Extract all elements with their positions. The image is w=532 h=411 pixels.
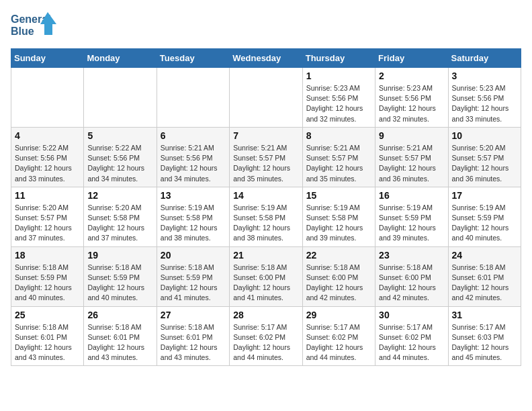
day-number: 16 <box>379 190 444 201</box>
day-info: Sunrise: 5:18 AM Sunset: 5:59 PM Dayligh… <box>161 263 226 304</box>
day-info: Sunrise: 5:19 AM Sunset: 5:58 PM Dayligh… <box>233 203 298 244</box>
calendar-cell: 20Sunrise: 5:18 AM Sunset: 5:59 PM Dayli… <box>157 246 229 306</box>
day-number: 21 <box>233 250 298 261</box>
calendar-cell: 19Sunrise: 5:18 AM Sunset: 5:59 PM Dayli… <box>84 246 157 306</box>
calendar-cell: 7Sunrise: 5:21 AM Sunset: 5:57 PM Daylig… <box>230 127 302 187</box>
calendar-cell: 4Sunrise: 5:22 AM Sunset: 5:56 PM Daylig… <box>11 127 84 187</box>
day-info: Sunrise: 5:17 AM Sunset: 6:02 PM Dayligh… <box>379 322 444 363</box>
calendar-cell: 24Sunrise: 5:18 AM Sunset: 6:01 PM Dayli… <box>448 246 521 306</box>
day-header: Friday <box>375 49 448 68</box>
svg-text:Blue: Blue <box>11 26 34 37</box>
day-number: 26 <box>87 310 152 320</box>
day-info: Sunrise: 5:21 AM Sunset: 5:56 PM Dayligh… <box>161 143 226 184</box>
day-header: Saturday <box>448 49 521 68</box>
day-header: Thursday <box>302 49 375 68</box>
logo-svg: GeneralBlue <box>11 11 58 42</box>
calendar-table: SundayMondayTuesdayWednesdayThursdayFrid… <box>11 48 521 366</box>
calendar-cell <box>230 68 302 128</box>
day-number: 19 <box>87 250 152 261</box>
calendar-cell: 16Sunrise: 5:19 AM Sunset: 5:59 PM Dayli… <box>375 187 448 246</box>
calendar-cell: 30Sunrise: 5:17 AM Sunset: 6:02 PM Dayli… <box>375 306 448 366</box>
calendar-cell: 26Sunrise: 5:18 AM Sunset: 6:01 PM Dayli… <box>84 306 157 366</box>
day-number: 23 <box>379 250 444 261</box>
calendar-cell: 23Sunrise: 5:18 AM Sunset: 6:00 PM Dayli… <box>375 246 448 306</box>
day-number: 11 <box>15 190 80 201</box>
day-info: Sunrise: 5:18 AM Sunset: 6:00 PM Dayligh… <box>233 263 298 304</box>
calendar-cell: 27Sunrise: 5:18 AM Sunset: 6:01 PM Dayli… <box>157 306 229 366</box>
day-number: 14 <box>233 190 298 201</box>
day-header: Monday <box>84 49 157 68</box>
day-info: Sunrise: 5:17 AM Sunset: 6:03 PM Dayligh… <box>452 322 517 363</box>
day-info: Sunrise: 5:21 AM Sunset: 5:57 PM Dayligh… <box>233 143 298 184</box>
calendar-body: 1Sunrise: 5:23 AM Sunset: 5:56 PM Daylig… <box>11 68 521 366</box>
calendar-cell: 15Sunrise: 5:19 AM Sunset: 5:58 PM Dayli… <box>302 187 375 246</box>
day-number: 24 <box>452 250 517 261</box>
day-info: Sunrise: 5:20 AM Sunset: 5:57 PM Dayligh… <box>452 143 517 184</box>
day-number: 22 <box>306 250 371 261</box>
calendar-cell: 31Sunrise: 5:17 AM Sunset: 6:03 PM Dayli… <box>448 306 521 366</box>
page-header: GeneralBlue <box>11 11 521 42</box>
day-info: Sunrise: 5:20 AM Sunset: 5:57 PM Dayligh… <box>15 203 80 244</box>
calendar-cell <box>84 68 157 128</box>
day-number: 6 <box>161 130 226 141</box>
calendar-header-row: SundayMondayTuesdayWednesdayThursdayFrid… <box>11 49 521 68</box>
day-number: 10 <box>452 130 517 141</box>
day-info: Sunrise: 5:17 AM Sunset: 6:02 PM Dayligh… <box>233 322 298 363</box>
day-info: Sunrise: 5:19 AM Sunset: 5:59 PM Dayligh… <box>379 203 444 244</box>
calendar-cell: 3Sunrise: 5:23 AM Sunset: 5:56 PM Daylig… <box>448 68 521 128</box>
day-info: Sunrise: 5:22 AM Sunset: 5:56 PM Dayligh… <box>15 143 80 184</box>
day-header: Sunday <box>11 49 84 68</box>
day-number: 27 <box>161 310 226 320</box>
day-info: Sunrise: 5:19 AM Sunset: 5:58 PM Dayligh… <box>306 203 371 244</box>
day-info: Sunrise: 5:19 AM Sunset: 5:58 PM Dayligh… <box>161 203 226 244</box>
day-info: Sunrise: 5:20 AM Sunset: 5:58 PM Dayligh… <box>87 203 152 244</box>
day-number: 18 <box>15 250 80 261</box>
calendar-cell: 13Sunrise: 5:19 AM Sunset: 5:58 PM Dayli… <box>157 187 229 246</box>
calendar-cell: 10Sunrise: 5:20 AM Sunset: 5:57 PM Dayli… <box>448 127 521 187</box>
logo: GeneralBlue <box>11 11 58 42</box>
day-info: Sunrise: 5:18 AM Sunset: 6:01 PM Dayligh… <box>15 322 80 363</box>
day-number: 5 <box>87 130 152 141</box>
calendar-week-row: 1Sunrise: 5:23 AM Sunset: 5:56 PM Daylig… <box>11 68 521 128</box>
day-header: Tuesday <box>157 49 229 68</box>
calendar-week-row: 4Sunrise: 5:22 AM Sunset: 5:56 PM Daylig… <box>11 127 521 187</box>
day-number: 20 <box>161 250 226 261</box>
day-number: 4 <box>15 130 80 141</box>
day-info: Sunrise: 5:18 AM Sunset: 6:01 PM Dayligh… <box>161 322 226 363</box>
day-info: Sunrise: 5:18 AM Sunset: 6:01 PM Dayligh… <box>452 263 517 304</box>
calendar-week-row: 25Sunrise: 5:18 AM Sunset: 6:01 PM Dayli… <box>11 306 521 366</box>
day-info: Sunrise: 5:18 AM Sunset: 6:00 PM Dayligh… <box>306 263 371 304</box>
calendar-cell: 22Sunrise: 5:18 AM Sunset: 6:00 PM Dayli… <box>302 246 375 306</box>
day-info: Sunrise: 5:21 AM Sunset: 5:57 PM Dayligh… <box>379 143 444 184</box>
calendar-cell: 9Sunrise: 5:21 AM Sunset: 5:57 PM Daylig… <box>375 127 448 187</box>
calendar-cell: 18Sunrise: 5:18 AM Sunset: 5:59 PM Dayli… <box>11 246 84 306</box>
day-number: 28 <box>233 310 298 320</box>
calendar-cell: 21Sunrise: 5:18 AM Sunset: 6:00 PM Dayli… <box>230 246 302 306</box>
day-number: 9 <box>379 130 444 141</box>
calendar-cell: 2Sunrise: 5:23 AM Sunset: 5:56 PM Daylig… <box>375 68 448 128</box>
day-info: Sunrise: 5:23 AM Sunset: 5:56 PM Dayligh… <box>306 83 371 124</box>
calendar-week-row: 11Sunrise: 5:20 AM Sunset: 5:57 PM Dayli… <box>11 187 521 246</box>
day-info: Sunrise: 5:18 AM Sunset: 5:59 PM Dayligh… <box>15 263 80 304</box>
calendar-cell: 8Sunrise: 5:21 AM Sunset: 5:57 PM Daylig… <box>302 127 375 187</box>
day-info: Sunrise: 5:22 AM Sunset: 5:56 PM Dayligh… <box>87 143 152 184</box>
calendar-cell: 6Sunrise: 5:21 AM Sunset: 5:56 PM Daylig… <box>157 127 229 187</box>
day-number: 2 <box>379 71 444 81</box>
day-number: 1 <box>306 71 371 81</box>
calendar-cell: 25Sunrise: 5:18 AM Sunset: 6:01 PM Dayli… <box>11 306 84 366</box>
day-number: 13 <box>161 190 226 201</box>
day-info: Sunrise: 5:21 AM Sunset: 5:57 PM Dayligh… <box>306 143 371 184</box>
day-number: 30 <box>379 310 444 320</box>
calendar-cell: 1Sunrise: 5:23 AM Sunset: 5:56 PM Daylig… <box>302 68 375 128</box>
calendar-cell: 29Sunrise: 5:17 AM Sunset: 6:02 PM Dayli… <box>302 306 375 366</box>
day-info: Sunrise: 5:17 AM Sunset: 6:02 PM Dayligh… <box>306 322 371 363</box>
calendar-cell <box>11 68 84 128</box>
calendar-cell: 12Sunrise: 5:20 AM Sunset: 5:58 PM Dayli… <box>84 187 157 246</box>
day-number: 7 <box>233 130 298 141</box>
day-info: Sunrise: 5:18 AM Sunset: 6:01 PM Dayligh… <box>87 322 152 363</box>
day-header: Wednesday <box>230 49 302 68</box>
calendar-week-row: 18Sunrise: 5:18 AM Sunset: 5:59 PM Dayli… <box>11 246 521 306</box>
calendar-cell <box>157 68 229 128</box>
day-number: 29 <box>306 310 371 320</box>
day-number: 12 <box>87 190 152 201</box>
